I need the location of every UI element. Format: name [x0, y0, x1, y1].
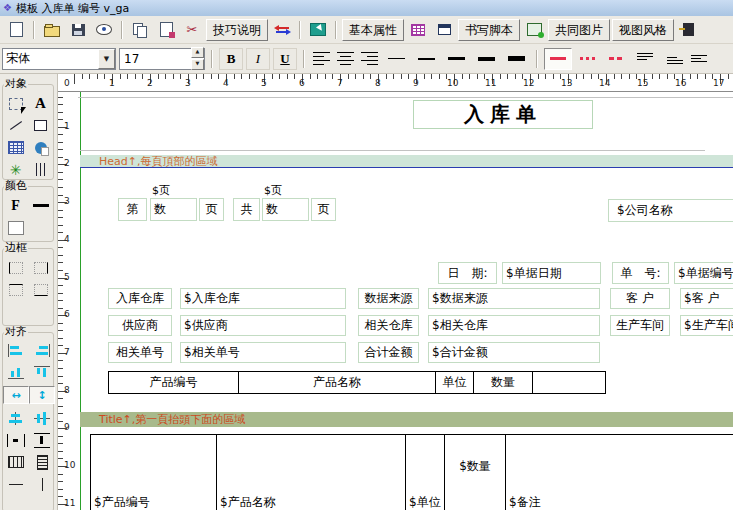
open-button[interactable]	[40, 19, 64, 41]
valign-middle-button[interactable]	[691, 53, 707, 65]
info-value[interactable]: $生产车间	[680, 315, 733, 336]
align-tops-button[interactable]	[30, 364, 54, 380]
border-bottom-button[interactable]	[29, 280, 53, 299]
columns-tool-button[interactable]	[29, 160, 53, 179]
script-button[interactable]: 书写脚本	[458, 19, 520, 41]
table-header-cell[interactable]: 产品名称	[238, 371, 436, 394]
info-value[interactable]: $相关仓库	[428, 315, 600, 336]
table-header-cell[interactable]: 单位	[435, 371, 474, 394]
align-bottoms-button[interactable]	[4, 364, 28, 380]
font-color-button[interactable]: F	[4, 196, 28, 215]
italic-button[interactable]: I	[246, 48, 270, 70]
view-style-button[interactable]: 视图风格	[612, 19, 674, 41]
align-rights-button[interactable]	[30, 342, 54, 358]
shared-images-button[interactable]: 共同图片	[548, 19, 610, 41]
line-weight-5-button[interactable]	[508, 56, 525, 61]
title-band[interactable]: Title↑,第一頁抬頭下面的區域	[80, 412, 733, 427]
line-weight-1-button[interactable]	[388, 58, 405, 59]
border-right-button[interactable]	[29, 258, 53, 277]
line-color-button[interactable]	[29, 196, 53, 215]
control-button[interactable]	[306, 19, 330, 41]
detail-cell[interactable]: $产品编号	[90, 434, 217, 510]
copy-button[interactable]	[128, 19, 152, 41]
table-header-cell[interactable]: 产品编号	[108, 371, 239, 394]
window-button[interactable]	[432, 19, 456, 41]
design-canvas[interactable]: 入库单 Head↑,每頁頂部的區域 $页 $页 第 数 页 共 数 页 $公司名…	[78, 92, 733, 510]
paste-button[interactable]	[154, 19, 178, 41]
font-size-input[interactable]: 17 ▲ ▼	[119, 48, 205, 70]
grid-button[interactable]	[406, 19, 430, 41]
preview-button[interactable]	[92, 19, 116, 41]
page-number-cell[interactable]: 数	[150, 198, 197, 221]
spinner-down-icon[interactable]: ▼	[191, 59, 204, 70]
table-header-cell[interactable]	[532, 371, 606, 394]
line-weight-3-button[interactable]	[448, 57, 465, 60]
tips-button[interactable]: 技巧说明	[206, 19, 268, 41]
info-label[interactable]: 相关单号	[108, 342, 172, 363]
company-name-field[interactable]: $公司名称	[608, 199, 733, 222]
table-header-cell[interactable]: 数量	[473, 371, 533, 394]
line-style-dashed-button[interactable]	[604, 49, 630, 69]
info-label[interactable]: 相关仓库	[358, 315, 419, 336]
page-unit-cell[interactable]: 页	[311, 198, 336, 221]
line-weight-2-button[interactable]	[418, 58, 435, 60]
same-height-button[interactable]: ↕	[29, 386, 55, 404]
swap-button[interactable]	[270, 19, 294, 41]
equal-width-button[interactable]	[4, 454, 28, 470]
line-weight-4-button[interactable]	[478, 57, 495, 61]
info-label[interactable]: 供应商	[108, 315, 172, 336]
space-horizontal-button[interactable]	[4, 432, 28, 448]
detail-cell[interactable]: $数量	[444, 434, 506, 510]
spinner-up-icon[interactable]: ▲	[191, 47, 204, 58]
info-label[interactable]: 合计金额	[358, 342, 419, 363]
page-count-cell[interactable]: 数	[262, 198, 309, 221]
properties-button[interactable]: 基本属性	[342, 19, 404, 41]
info-value[interactable]: $客 户	[680, 288, 733, 309]
page-unit-cell[interactable]: 页	[199, 198, 224, 221]
line-tool-button[interactable]	[4, 116, 28, 135]
page-prefix-cell[interactable]: 第	[118, 198, 147, 221]
horizontal-line-button[interactable]	[4, 476, 28, 492]
detail-cell[interactable]: $备注	[505, 434, 733, 510]
align-center-button[interactable]	[337, 52, 354, 65]
image-button[interactable]	[522, 19, 546, 41]
exit-button[interactable]	[676, 19, 700, 41]
info-value[interactable]: $合计金额	[428, 342, 600, 363]
underline-button[interactable]: U	[273, 48, 297, 70]
new-button[interactable]	[4, 19, 28, 41]
space-vertical-button[interactable]	[30, 432, 54, 448]
center-horizontal-button[interactable]	[4, 410, 28, 426]
head-band[interactable]: Head↑,每頁頂部的區域	[80, 155, 733, 168]
number-label-box[interactable]: 单 号:	[612, 262, 669, 284]
font-family-select[interactable]: 宋体 ▼	[2, 48, 116, 70]
text-tool-button[interactable]: A	[29, 94, 53, 113]
barcode-tool-button[interactable]: ✳	[4, 160, 28, 179]
chevron-down-icon[interactable]: ▼	[98, 49, 115, 69]
save-button[interactable]	[66, 19, 90, 41]
same-width-button[interactable]: ↔	[3, 386, 29, 404]
line-style-solid-button[interactable]	[544, 48, 572, 70]
fill-color-button[interactable]	[4, 218, 28, 237]
bold-button[interactable]: B	[219, 48, 243, 70]
align-right-button[interactable]	[361, 52, 378, 65]
info-label[interactable]: 数据来源	[358, 288, 419, 309]
cut-button[interactable]: ✂	[180, 19, 204, 41]
info-value[interactable]: $数据来源	[428, 288, 600, 309]
center-vertical-button[interactable]	[30, 410, 54, 426]
info-label[interactable]: 生产车间	[610, 315, 670, 336]
info-value[interactable]: $供应商	[180, 315, 346, 336]
info-value[interactable]: $入库仓库	[180, 288, 346, 309]
web-tool-button[interactable]	[29, 138, 53, 157]
vertical-line-button[interactable]	[30, 476, 54, 492]
detail-cell[interactable]: $产品名称	[216, 434, 406, 510]
number-field-box[interactable]: $单据编号	[674, 262, 733, 284]
align-lefts-button[interactable]	[4, 342, 28, 358]
valign-bottom-button[interactable]	[664, 53, 680, 65]
page-total-cell[interactable]: 共	[233, 198, 260, 221]
info-value[interactable]: $相关单号	[180, 342, 346, 363]
align-left-button[interactable]	[313, 52, 330, 65]
equal-height-button[interactable]	[30, 454, 54, 470]
date-field-box[interactable]: $单据日期	[502, 262, 601, 284]
form-title-box[interactable]: 入库单	[413, 100, 593, 129]
border-top-button[interactable]	[4, 280, 28, 299]
